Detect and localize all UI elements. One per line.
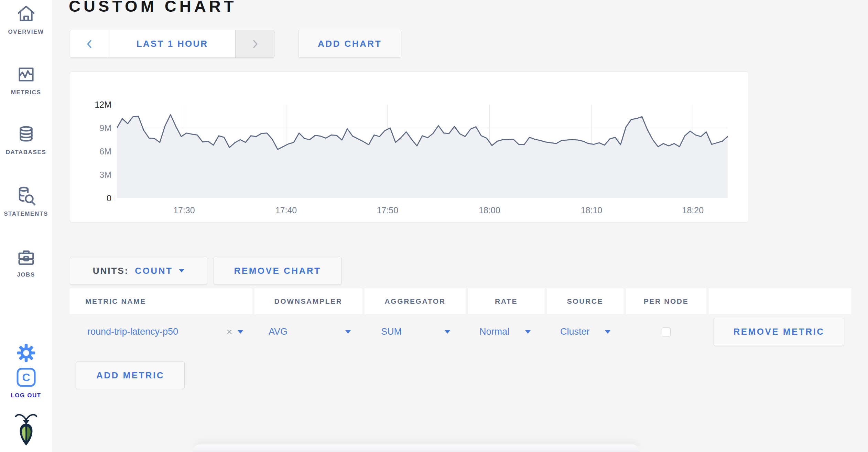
- sidebar-item-label: JOBS: [17, 271, 35, 278]
- actions-cell: REMOVE METRIC: [709, 318, 851, 346]
- aggregator-value: SUM: [381, 326, 402, 337]
- sidebar-item-label: DATABASES: [6, 149, 46, 156]
- rate-dropdown[interactable]: Normal: [468, 326, 544, 337]
- chevron-down-icon: [445, 330, 450, 334]
- statements-icon: [15, 185, 37, 207]
- source-value: Cluster: [560, 326, 590, 337]
- logout-c-icon: C: [15, 366, 37, 388]
- y-tick-label: 0: [70, 193, 111, 203]
- column-header-rate: RATE: [468, 288, 544, 314]
- metric-name-select[interactable]: round-trip-latency-p50 ×: [70, 326, 252, 337]
- x-axis-labels: 17:3017:4017:5018:0018:1018:20: [117, 205, 728, 216]
- clear-metric-icon[interactable]: ×: [227, 326, 232, 337]
- chart-card: 12M9M6M3M0 17:3017:4017:5018:0018:1018:2…: [70, 71, 748, 222]
- per-node-checkbox[interactable]: [662, 327, 671, 336]
- column-header-source: SOURCE: [547, 288, 623, 314]
- downsampler-dropdown[interactable]: AVG: [254, 326, 362, 337]
- x-tick-label: 17:30: [165, 205, 203, 215]
- cockroach-bug-icon: [14, 412, 38, 446]
- column-header-actions: [709, 288, 851, 314]
- chevron-down-icon: [525, 330, 531, 334]
- remove-chart-button[interactable]: REMOVE CHART: [214, 257, 341, 285]
- units-label: UNITS:: [93, 266, 129, 276]
- bottom-panel-edge: [193, 444, 640, 452]
- sidebar: OVERVIEW METRICS DATABASES: [0, 0, 52, 452]
- y-tick-label: 12M: [70, 100, 111, 109]
- databases-icon: [15, 124, 37, 145]
- page-title: CUSTOM CHART: [69, 0, 237, 15]
- gear-icon: [15, 342, 37, 364]
- table-row: round-trip-latency-p50 × AVG SUM Normal …: [70, 314, 851, 349]
- sidebar-item-label: STATEMENTS: [4, 211, 48, 217]
- jobs-icon: [15, 246, 37, 268]
- source-dropdown[interactable]: Cluster: [547, 326, 623, 337]
- main-content: CUSTOM CHART LAST 1 HOUR ADD CHART 12M9M…: [52, 0, 868, 452]
- add-metric-button[interactable]: ADD METRIC: [76, 362, 185, 389]
- cockroach-logo: [0, 412, 52, 446]
- chevron-down-icon: [605, 330, 610, 334]
- add-chart-button[interactable]: ADD CHART: [298, 30, 401, 58]
- logout-label: LOG OUT: [11, 392, 41, 399]
- rate-value: Normal: [479, 326, 509, 337]
- x-tick-label: 18:20: [674, 205, 712, 215]
- time-range-selector: LAST 1 HOUR: [70, 30, 274, 58]
- chevron-down-icon: [179, 269, 184, 272]
- units-dropdown[interactable]: UNITS: COUNT: [70, 257, 207, 285]
- chevron-left-icon: [86, 38, 94, 50]
- chart-controls-row: UNITS: COUNT REMOVE CHART: [70, 257, 341, 285]
- metric-table-header: METRIC NAME DOWNSAMPLER AGGREGATOR RATE …: [70, 288, 851, 314]
- toolbar: LAST 1 HOUR ADD CHART: [70, 30, 401, 58]
- metric-name-value[interactable]: round-trip-latency-p50: [87, 326, 178, 337]
- sidebar-item-jobs[interactable]: JOBS: [0, 246, 52, 278]
- y-tick-label: 6M: [70, 147, 111, 156]
- y-tick-label: 3M: [70, 170, 111, 180]
- column-header-metric-name: METRIC NAME: [70, 288, 252, 314]
- metrics-icon: [15, 64, 37, 85]
- per-node-cell: [626, 327, 706, 336]
- x-tick-label: 17:50: [369, 205, 406, 215]
- sidebar-item-databases[interactable]: DATABASES: [0, 124, 52, 156]
- y-tick-label: 9M: [70, 123, 111, 133]
- metric-table: METRIC NAME DOWNSAMPLER AGGREGATOR RATE …: [70, 288, 851, 349]
- sidebar-item-statements[interactable]: STATEMENTS: [0, 185, 52, 217]
- sidebar-item-settings[interactable]: [0, 342, 52, 364]
- column-header-downsampler: DOWNSAMPLER: [254, 288, 362, 314]
- chevron-right-icon: [251, 38, 259, 50]
- column-header-per-node: PER NODE: [626, 288, 706, 314]
- x-tick-label: 18:00: [470, 205, 508, 215]
- home-icon: [15, 3, 37, 25]
- x-tick-label: 18:10: [573, 205, 610, 215]
- remove-metric-button[interactable]: REMOVE METRIC: [714, 318, 844, 346]
- chart-plot-area[interactable]: [117, 105, 728, 198]
- sidebar-item-metrics[interactable]: METRICS: [0, 64, 52, 96]
- logout-c-letter: C: [22, 371, 30, 384]
- y-axis-labels: 12M9M6M3M0: [70, 105, 111, 198]
- time-range-label[interactable]: LAST 1 HOUR: [109, 30, 235, 57]
- chevron-down-icon[interactable]: [238, 330, 243, 334]
- sidebar-item-label: METRICS: [11, 89, 41, 96]
- sidebar-item-logout[interactable]: C LOG OUT: [0, 366, 52, 399]
- units-value: COUNT: [135, 266, 173, 276]
- sidebar-item-overview[interactable]: OVERVIEW: [0, 3, 52, 35]
- chevron-down-icon: [345, 330, 351, 334]
- sidebar-item-label: OVERVIEW: [8, 29, 44, 35]
- timeseries-chart: [117, 105, 728, 198]
- aggregator-dropdown[interactable]: SUM: [365, 326, 466, 337]
- time-range-next-button[interactable]: [235, 30, 274, 57]
- metric-select-controls: ×: [227, 326, 243, 337]
- x-tick-label: 17:40: [267, 205, 305, 215]
- column-header-aggregator: AGGREGATOR: [365, 288, 466, 314]
- downsampler-value: AVG: [269, 326, 287, 337]
- time-range-prev-button[interactable]: [70, 30, 109, 57]
